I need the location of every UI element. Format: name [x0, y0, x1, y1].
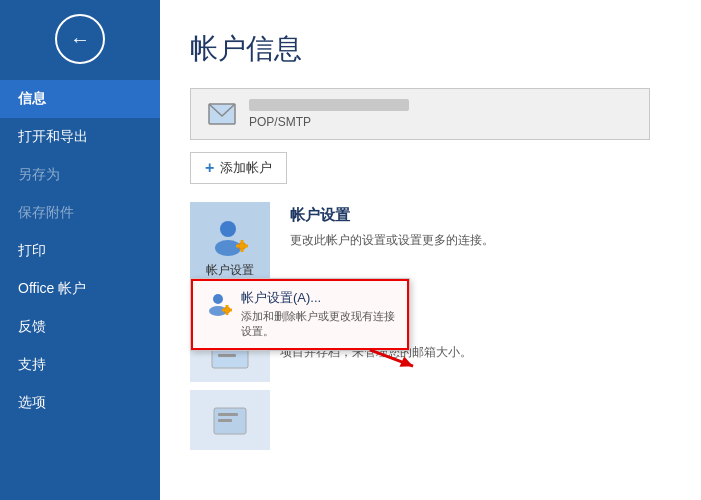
email-envelope-icon — [208, 103, 236, 125]
svg-point-2 — [215, 240, 241, 256]
dropdown-item-desc: 添加和删除帐户或更改现有连接设置。 — [241, 309, 395, 340]
sidebar-item-open-export[interactable]: 打开和导出 — [0, 118, 160, 156]
svg-point-8 — [213, 294, 223, 304]
sidebar-item-save-attach: 保存附件 — [0, 194, 160, 232]
sidebar-item-support[interactable]: 支持 — [0, 346, 160, 384]
sidebar-item-office-account[interactable]: Office 帐户 — [0, 270, 160, 308]
sidebar-item-save-as: 另存为 — [0, 156, 160, 194]
account-settings-icon — [208, 216, 252, 256]
settings-title: 帐户设置 — [290, 206, 671, 225]
svg-rect-14 — [230, 309, 233, 312]
back-button[interactable]: ← — [55, 14, 105, 64]
svg-rect-13 — [222, 309, 225, 312]
svg-rect-12 — [226, 313, 229, 316]
svg-rect-6 — [236, 245, 239, 248]
account-settings-label: 帐户设置 — [206, 262, 254, 279]
sidebar: ← 信息 打开和导出 另存为 保存附件 打印 Office 帐户 反馈 支持 选… — [0, 0, 160, 500]
settings-desc-text: 更改此帐户的设置或设置更多的连接。 — [290, 231, 671, 249]
main-content: 帐户信息 POP/SMTP + 添加帐户 — [160, 0, 701, 500]
bottom-row-2 — [190, 390, 671, 450]
page-title: 帐户信息 — [190, 30, 671, 68]
settings-section: 帐户设置 ▾ 帐户设置 更改此帐户的设置或设置更多的连接。 — [190, 202, 671, 302]
svg-rect-11 — [226, 305, 229, 308]
dropdown-item-icon — [205, 289, 233, 317]
svg-point-10 — [224, 307, 230, 313]
svg-point-3 — [239, 243, 246, 250]
dropdown-item-title: 帐户设置(A)... — [241, 289, 395, 307]
sidebar-item-options[interactable]: 选项 — [0, 384, 160, 422]
svg-rect-23 — [218, 419, 232, 422]
dropdown-item-text: 帐户设置(A)... 添加和删除帐户或更改现有连接设置。 — [241, 289, 395, 340]
add-icon: + — [205, 159, 214, 177]
svg-rect-4 — [241, 240, 244, 243]
back-arrow-icon: ← — [70, 28, 90, 51]
bottom-icon-box-2 — [190, 390, 270, 450]
add-account-label: 添加帐户 — [220, 159, 272, 177]
sidebar-item-info[interactable]: 信息 — [0, 80, 160, 118]
svg-marker-16 — [397, 355, 413, 371]
svg-rect-20 — [218, 354, 236, 357]
account-info: POP/SMTP — [249, 99, 409, 129]
svg-rect-7 — [245, 245, 248, 248]
email-icon — [205, 100, 239, 128]
add-account-button[interactable]: + 添加帐户 — [190, 152, 287, 184]
svg-rect-22 — [218, 413, 238, 416]
sidebar-nav: 信息 打开和导出 另存为 保存附件 打印 Office 帐户 反馈 支持 选项 — [0, 80, 160, 422]
svg-line-15 — [370, 338, 413, 378]
svg-rect-5 — [241, 249, 244, 252]
account-email-placeholder — [249, 99, 409, 111]
svg-point-1 — [220, 221, 236, 237]
sidebar-item-print[interactable]: 打印 — [0, 232, 160, 270]
account-type: POP/SMTP — [249, 115, 409, 129]
account-card[interactable]: POP/SMTP — [190, 88, 650, 140]
sidebar-item-feedback[interactable]: 反馈 — [0, 308, 160, 346]
